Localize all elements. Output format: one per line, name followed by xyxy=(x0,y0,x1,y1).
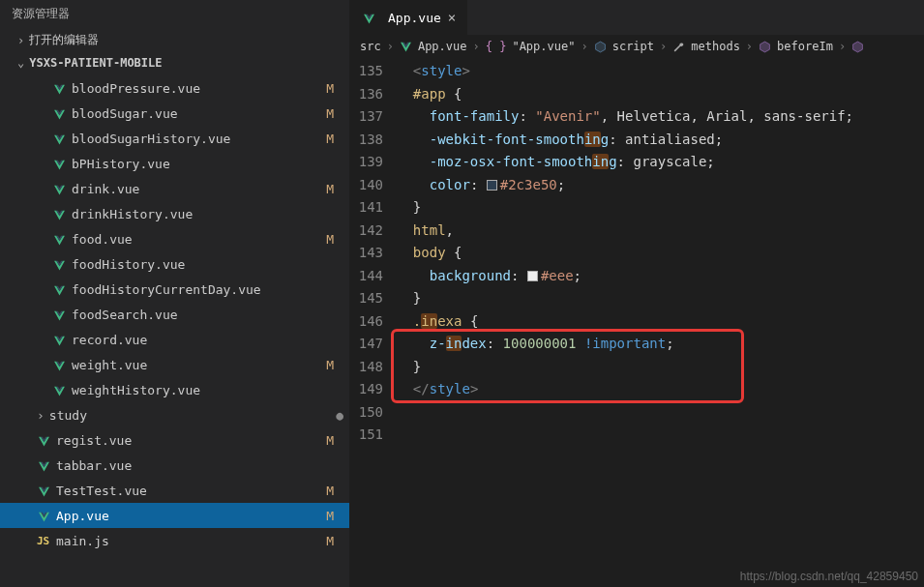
file-item[interactable]: foodHistoryCurrentDay.vue xyxy=(0,277,349,302)
line-number: 139 xyxy=(350,151,383,174)
line-number: 145 xyxy=(350,287,383,310)
modified-badge: M xyxy=(326,81,340,96)
open-editors-section[interactable]: › 打开的编辑器 xyxy=(0,28,349,52)
file-item[interactable]: weight.vueM xyxy=(0,352,349,377)
editor-area: App.vue × src › App.vue › { } "App.vue" … xyxy=(350,0,924,587)
modified-badge: M xyxy=(326,534,340,548)
vue-icon xyxy=(52,157,66,171)
file-item[interactable]: App.vueM xyxy=(0,503,349,528)
breadcrumbs[interactable]: src › App.vue › { } "App.vue" › script ›… xyxy=(350,35,924,58)
code-line[interactable]: <style> xyxy=(397,60,924,83)
file-item[interactable]: bloodSugar.vueM xyxy=(0,101,349,126)
line-number: 136 xyxy=(350,83,383,106)
chevron-right-icon: › xyxy=(17,34,24,47)
code-line[interactable]: -webkit-font-smoothing: antialiased; xyxy=(397,129,924,152)
file-name: record.vue xyxy=(72,333,340,347)
vue-icon xyxy=(52,383,66,397)
chevron-right-icon: › xyxy=(387,40,394,53)
file-name: bloodSugarHistory.vue xyxy=(72,132,326,146)
file-item[interactable]: drinkHistory.vue xyxy=(0,201,349,226)
code-line[interactable]: #app { xyxy=(397,83,924,106)
file-name: regist.vue xyxy=(56,433,326,448)
file-name: TestTest.vue xyxy=(56,484,326,498)
code-line[interactable]: font-family: "Avenir", Helvetica, Arial,… xyxy=(397,105,924,129)
file-item[interactable]: bPHistory.vue xyxy=(0,151,349,176)
file-item[interactable]: tabbar.vue xyxy=(0,453,349,478)
vue-icon xyxy=(52,182,66,196)
code-line[interactable]: body { xyxy=(397,242,924,265)
file-item[interactable]: regist.vueM xyxy=(0,427,349,453)
code-line[interactable]: } xyxy=(397,196,924,220)
file-item[interactable]: bloodPressure.vueM xyxy=(0,75,349,101)
file-name: drink.vue xyxy=(72,182,326,196)
code-line[interactable]: html, xyxy=(397,220,924,243)
line-number: 137 xyxy=(350,105,383,129)
chevron-right-icon: › xyxy=(473,40,480,53)
wrench-icon xyxy=(672,41,685,53)
cube-icon xyxy=(759,41,771,53)
code-line[interactable]: color: #2c3e50; xyxy=(397,174,924,197)
color-swatch xyxy=(487,180,497,191)
file-item[interactable]: bloodSugarHistory.vueM xyxy=(0,126,349,151)
close-icon[interactable]: × xyxy=(448,10,456,25)
tab-app-vue[interactable]: App.vue × xyxy=(350,0,468,35)
line-number: 135 xyxy=(350,60,383,83)
color-swatch xyxy=(527,271,538,281)
code-line[interactable]: background: #eee; xyxy=(397,265,924,288)
crumb-beforeim[interactable]: beforeIm xyxy=(777,40,833,53)
vue-icon xyxy=(37,433,50,448)
vue-icon xyxy=(52,207,66,221)
file-item[interactable]: TestTest.vueM xyxy=(0,478,349,503)
code-area[interactable]: 1351361371381391401411421431441451461471… xyxy=(350,58,924,587)
crumb-methods[interactable]: methods xyxy=(691,40,740,53)
crumb-sfc[interactable]: "App.vue" xyxy=(512,40,575,53)
explorer-title: 资源管理器 xyxy=(0,0,349,28)
vue-icon xyxy=(52,132,66,146)
file-name: foodHistory.vue xyxy=(72,257,340,272)
file-name: weight.vue xyxy=(72,358,326,372)
crumb-script[interactable]: script xyxy=(612,40,654,53)
file-item[interactable]: JSmain.jsM xyxy=(0,528,349,553)
file-item[interactable]: food.vueM xyxy=(0,226,349,251)
file-item[interactable]: drink.vueM xyxy=(0,176,349,201)
vue-icon xyxy=(37,458,50,473)
code-line[interactable]: </style> xyxy=(397,378,924,401)
file-name: foodSearch.vue xyxy=(72,308,340,322)
line-gutter: 1351361371381391401411421431441451461471… xyxy=(350,60,397,587)
chevron-right-icon: › xyxy=(37,408,45,423)
modified-badge: M xyxy=(326,232,340,247)
crumb-file[interactable]: App.vue xyxy=(418,40,467,53)
code-line[interactable]: } xyxy=(397,287,924,310)
code-line[interactable]: .inexa { xyxy=(397,310,924,334)
line-number: 141 xyxy=(350,196,383,220)
vue-icon xyxy=(362,11,375,25)
chevron-down-icon: ⌄ xyxy=(17,56,24,70)
file-name: bloodPressure.vue xyxy=(72,81,326,96)
file-item[interactable]: weightHistory.vue xyxy=(0,377,349,402)
code-line[interactable]: } xyxy=(397,356,924,379)
line-number: 144 xyxy=(350,265,383,288)
code-lines[interactable]: <style> #app { font-family: "Avenir", He… xyxy=(397,60,924,587)
file-name: food.vue xyxy=(72,232,326,247)
project-section[interactable]: ⌄ YSXS-PATIENT-MOBILE xyxy=(0,52,349,73)
crumb-src[interactable]: src xyxy=(360,40,381,53)
editor-tabs: App.vue × xyxy=(350,0,924,35)
code-line[interactable]: -moz-osx-font-smoothing: grayscale; xyxy=(397,151,924,174)
vue-icon xyxy=(52,81,66,96)
line-number: 147 xyxy=(350,333,383,356)
vue-icon xyxy=(52,282,66,297)
file-item[interactable]: foodSearch.vue xyxy=(0,302,349,327)
line-number: 138 xyxy=(350,129,383,152)
cube-icon xyxy=(851,41,864,53)
code-line[interactable]: z-index: 100000001 !important; xyxy=(397,333,924,356)
project-name: YSXS-PATIENT-MOBILE xyxy=(29,56,162,70)
vue-icon xyxy=(52,106,66,121)
modified-badge: M xyxy=(326,484,340,498)
folder-name: study xyxy=(49,408,336,423)
folder-item[interactable]: ›study● xyxy=(0,402,349,427)
vue-icon xyxy=(52,358,66,372)
vue-icon xyxy=(400,41,412,53)
file-item[interactable]: record.vue xyxy=(0,327,349,352)
file-item[interactable]: foodHistory.vue xyxy=(0,251,349,277)
dirty-dot-icon: ● xyxy=(336,408,349,423)
